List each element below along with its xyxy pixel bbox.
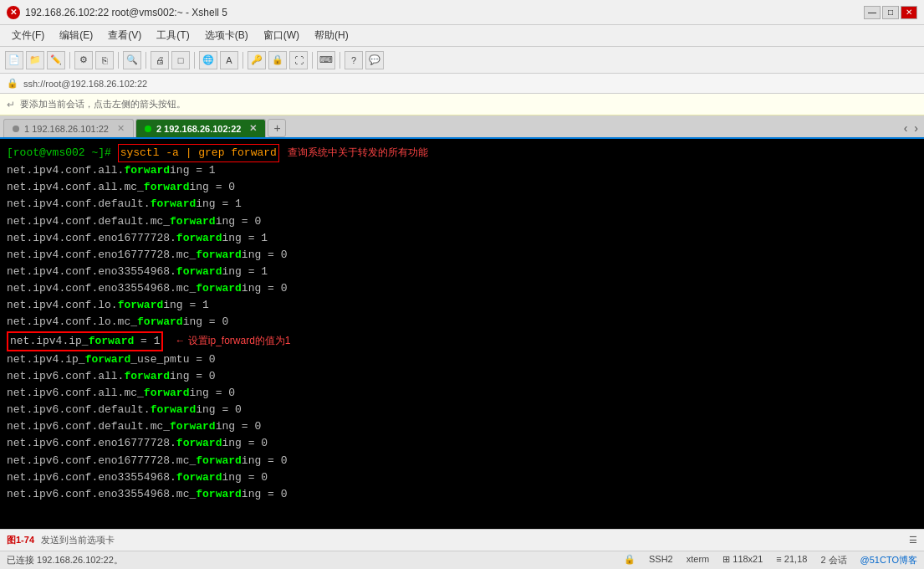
annotation-query: 查询系统中关于转发的所有功能 [288,145,428,161]
tab-bar: 1 192.168.26.101:22 ✕ 2 192.168.26.102:2… [0,115,924,139]
toolbar-separator-7 [339,52,340,69]
info-icon: ↵ [7,99,15,110]
ip-forward-boxed: net.ipv4.ip_forward = 1 [7,331,163,351]
settings-button[interactable]: ⚙ [74,51,93,69]
term-line-16: net.ipv6.conf.default.mc_forwarding = 0 [7,418,917,435]
term-line-15: net.ipv6.conf.default.forwarding = 0 [7,402,917,418]
help-button[interactable]: ? [345,51,363,69]
menu-edit[interactable]: 编辑(E) [53,27,100,44]
info-text: 要添加当前会话，点击左侧的箭头按钮。 [20,98,186,110]
status-pos: ≡ 21,18 [776,554,807,566]
term-line-1: net.ipv4.conf.all.forwarding = 1 [7,162,917,179]
status-sessions: 2 会话 [820,554,846,566]
term-line-6: net.ipv4.conf.eno16777728.mc_forwarding … [7,247,917,264]
chat-button[interactable]: 💬 [365,51,384,69]
tab-2-dot [145,126,151,132]
tab-1-close[interactable]: ✕ [117,123,125,134]
term-line-9: net.ipv4.conf.lo.forwarding = 1 [7,297,917,314]
status-ssh: SSH2 [649,554,673,566]
command-highlight: sysctl -a | grep forward [118,144,279,162]
menu-help[interactable]: 帮助(H) [308,27,355,44]
term-line-10: net.ipv4.conf.lo.mc_forwarding = 0 [7,314,917,331]
print-button[interactable]: 🖨 [151,51,169,69]
tab-1-dot [13,126,19,132]
term-line-8: net.ipv4.conf.eno33554968.mc_forwarding … [7,280,917,297]
address-bar: 🔒 ssh://root@192.168.26.102:22 [0,74,924,94]
address-text: ssh://root@192.168.26.102:22 [23,79,147,89]
status-right-group: 🔒 SSH2 xterm ⊞ 118x21 ≡ 21,18 2 会话 @51CT… [624,554,917,566]
annotation-set: ← 设置ip_forward的值为1 [175,333,290,349]
copy-button[interactable]: ⎘ [95,51,114,69]
maximize-button[interactable]: □ [882,6,899,19]
tab-2[interactable]: 2 192.168.26.102:22 ✕ [135,119,267,137]
term-line-14: net.ipv6.conf.all.mc_forwarding = 0 [7,385,917,402]
tab-1[interactable]: 1 192.168.26.101:22 ✕ [3,119,134,137]
tab-prev-button[interactable]: ‹ [901,121,911,135]
status-blog: @51CTO博客 [860,554,917,566]
lock-button[interactable]: 🔒 [268,51,287,69]
info-bar: ↵ 要添加当前会话，点击左侧的箭头按钮。 [0,94,924,115]
search-button[interactable]: 🔍 [123,51,141,69]
connected-status: 已连接 192.168.26.102:22。 [7,554,123,566]
close-button[interactable]: ✕ [901,6,917,19]
tab-add-button[interactable]: + [268,119,286,137]
font-button[interactable]: A [220,51,238,69]
status-term: xterm [687,554,710,566]
term-line-12: net.ipv4.ip_forward_use_pmtu = 0 [7,351,917,368]
tab-nav: ‹ › [901,119,921,137]
term-line-7: net.ipv4.conf.eno33554968.forwarding = 1 [7,264,917,280]
address-icon: 🔒 [7,78,18,89]
term-line-13: net.ipv6.conf.all.forwarding = 0 [7,368,917,385]
command-line: [root@vms002 ~]# sysctl -a | grep forwar… [7,144,917,162]
title-text: 192.168.26.102:22 root@vms002:~ - Xshell… [25,7,227,18]
term-line-5: net.ipv4.conf.eno16777728.forwarding = 1 [7,230,917,247]
term-line-4: net.ipv4.conf.default.mc_forwarding = 0 [7,213,917,230]
app-icon: ✕ [7,6,20,19]
title-bar: ✕ 192.168.26.102:22 root@vms002:~ - Xshe… [0,0,924,25]
term-line-19: net.ipv6.conf.eno33554968.forwarding = 0 [7,469,917,486]
toolbar-separator-6 [312,52,313,69]
menu-file[interactable]: 文件(F) [5,27,51,44]
term-line-3: net.ipv4.conf.default.forwarding = 1 [7,196,917,213]
tab-next-button[interactable]: › [911,121,921,135]
menu-tools[interactable]: 工具(T) [150,27,196,44]
globe-button[interactable]: 🌐 [199,51,217,69]
menu-tabs[interactable]: 选项卡(B) [198,27,255,44]
bottom-bar: 已连接 192.168.26.102:22。 🔒 SSH2 xterm ⊞ 11… [0,551,924,569]
compose-button[interactable]: □ [171,51,190,69]
minimize-button[interactable]: — [864,6,881,19]
toolbar: 📄 📁 ✏️ ⚙ ⎘ 🔍 🖨 □ 🌐 A 🔑 🔒 ⛶ ⌨ ? 💬 [0,47,924,74]
toolbar-separator-2 [118,52,119,69]
term-line-20: net.ipv6.conf.eno33554968.mc_forwarding … [7,486,917,503]
open-button[interactable]: 📁 [26,51,44,69]
toolbar-separator-5 [242,52,243,69]
status-menu-icon[interactable]: ☰ [909,535,917,546]
prompt: [root@vms002 ~]# [7,145,118,161]
edit-button[interactable]: ✏️ [47,51,65,69]
term-line-17: net.ipv6.conf.eno16777728.forwarding = 0 [7,435,917,452]
terminal[interactable]: [root@vms002 ~]# sysctl -a | grep forwar… [0,139,924,529]
status-label: 图1-74 [7,534,34,546]
key-button[interactable]: 🔑 [248,51,266,69]
new-session-button[interactable]: 📄 [5,51,23,69]
fullscreen-button[interactable]: ⛶ [289,51,308,69]
menu-view[interactable]: 查看(V) [101,27,148,44]
status-lock-icon: 🔒 [624,554,636,566]
toolbar-separator-1 [69,52,70,69]
bottom-status-bar: 图1-74 发送到当前选项卡 ☰ [0,529,924,551]
tab-2-label: 2 192.168.26.102:22 [156,124,242,134]
term-line-18: net.ipv6.conf.eno16777728.mc_forwarding … [7,453,917,469]
toolbar-separator-4 [194,52,195,69]
term-line-ip-forward: net.ipv4.ip_forward = 1 ← 设置ip_forward的值… [7,331,917,351]
term-line-2: net.ipv4.conf.all.mc_forwarding = 0 [7,179,917,196]
tab-2-close[interactable]: ✕ [249,123,257,134]
status-size: ⊞ 118x21 [722,554,763,566]
status-text: 发送到当前选项卡 [41,534,115,546]
keyboard-button[interactable]: ⌨ [317,51,335,69]
menu-window[interactable]: 窗口(W) [257,27,306,44]
tab-1-label: 1 192.168.26.101:22 [24,124,109,134]
window-controls[interactable]: — □ ✕ [864,6,917,19]
menu-bar: 文件(F) 编辑(E) 查看(V) 工具(T) 选项卡(B) 窗口(W) 帮助(… [0,25,924,47]
toolbar-separator-3 [145,52,146,69]
